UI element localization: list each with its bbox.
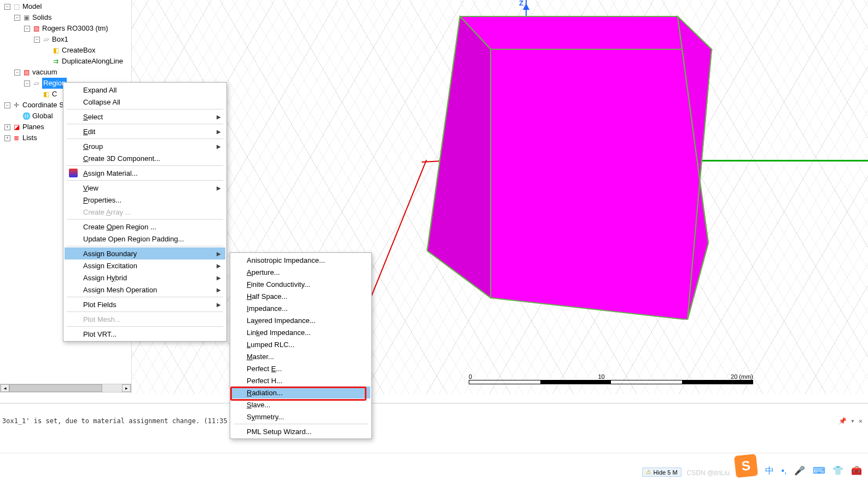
menu-group[interactable]: Group▶ (65, 140, 225, 152)
ime-zh-icon[interactable]: 中 (765, 466, 774, 475)
material-icon (69, 169, 78, 177)
svg-marker-1 (427, 16, 491, 298)
ruler-tick-20: 20 (mm) (731, 373, 753, 380)
submenu-finite-conductivity[interactable]: Finite Conductivity... (231, 278, 370, 290)
ime-punct-icon[interactable]: •, (781, 466, 787, 475)
tree-duplicate-label: DuplicateAlongLine (62, 56, 123, 67)
menu-assign-boundary[interactable]: Assign Boundary▶ (65, 247, 225, 259)
pin-icon[interactable]: 📌 ▾ ✕ (838, 415, 863, 427)
ruler-tick-10: 10 (598, 373, 604, 380)
menu-plot-vrt[interactable]: Plot VRT... (65, 328, 225, 340)
scroll-right-button[interactable]: ▸ (122, 384, 131, 392)
submenu-lumped-rlc[interactable]: Lumped RLC... (231, 338, 370, 350)
hide-messages-chip[interactable]: ⚠ Hide 5 M (642, 468, 681, 477)
submenu-arrow-icon: ▶ (217, 251, 221, 257)
scroll-track[interactable] (9, 384, 122, 392)
menu-create-open-region[interactable]: Create Open Region ... (65, 221, 225, 233)
submenu-pml-setup-wizard[interactable]: PML Setup Wizard... (231, 425, 370, 437)
tree-model-label: Model (22, 1, 42, 12)
ime-keyboard-icon[interactable]: ⌨ (813, 466, 825, 475)
tree-material-rogers[interactable]: −▧Rogers RO3003 (tm) (2, 23, 131, 34)
menu-separator (67, 219, 223, 220)
submenu-radiation[interactable]: Radiation... (231, 386, 370, 399)
tree-horizontal-scrollbar[interactable]: ◂ ▸ (0, 384, 131, 393)
menu-assign-mesh-operation[interactable]: Assign Mesh Operation▶ (65, 284, 225, 296)
tree-createbox[interactable]: ◧CreateBox (2, 45, 131, 56)
scroll-thumb[interactable] (9, 384, 102, 392)
menu-collapse-all[interactable]: Collapse All (65, 96, 225, 108)
tree-createbox-label: CreateBox (62, 45, 95, 56)
menu-separator (67, 165, 223, 166)
tree-material-label: Rogers RO3003 (tm) (42, 23, 108, 34)
menu-separator (67, 246, 223, 246)
tree-solids[interactable]: −▣Solids (2, 12, 131, 23)
tree-global-label: Global (32, 111, 53, 122)
watermark: CSDN @itnLiu (687, 469, 730, 477)
menu-separator (67, 297, 223, 297)
menu-assign-hybrid[interactable]: Assign Hybrid▶ (65, 272, 225, 284)
menu-plot-fields[interactable]: Plot Fields▶ (65, 298, 225, 310)
submenu-master[interactable]: Master... (231, 350, 370, 362)
warning-icon: ⚠ (646, 469, 651, 476)
menu-create-array: Create Array ... (65, 206, 225, 218)
svg-marker-2 (491, 49, 712, 320)
menu-update-open-region-padding[interactable]: Update Open Region Padding... (65, 233, 225, 245)
submenu-aperture[interactable]: Aperture... (231, 266, 370, 278)
menu-separator (67, 326, 223, 327)
submenu-impedance[interactable]: Impedance... (231, 302, 370, 314)
submenu-linked-impedance[interactable]: Linked Impedance... (231, 326, 370, 338)
submenu-arrow-icon: ▶ (217, 302, 221, 308)
menu-assign-excitation[interactable]: Assign Excitation▶ (65, 259, 225, 272)
submenu-assign-boundary[interactable]: Anisotropic Impedance... Aperture... Fin… (230, 252, 372, 439)
menu-separator (67, 180, 223, 181)
submenu-arrow-icon: ▶ (217, 287, 221, 293)
submenu-arrow-icon: ▶ (217, 129, 221, 135)
tree-vacuum-label: vacuum (32, 67, 57, 78)
menu-edit[interactable]: Edit▶ (65, 125, 225, 137)
message-bar: 3ox1_1' is set, due to material assignme… (0, 415, 868, 427)
submenu-symmetry[interactable]: Symmetry... (231, 411, 370, 423)
submenu-anisotropic-impedance[interactable]: Anisotropic Impedance... (231, 254, 370, 266)
submenu-arrow-icon: ▶ (217, 275, 221, 281)
tree-coord-label: Coordinate S (22, 100, 64, 111)
ime-skin-icon[interactable]: 👕 (832, 466, 843, 475)
submenu-arrow-icon: ▶ (217, 263, 221, 269)
tree-lists-label: Lists (22, 132, 37, 143)
menu-expand-all[interactable]: Expand All (65, 84, 225, 96)
submenu-slave[interactable]: Slave... (231, 399, 370, 411)
message-text: 3ox1_1' is set, due to material assignme… (2, 417, 228, 425)
tree-model[interactable]: −⬚Model (2, 1, 131, 12)
axis-z-label: Z (519, 0, 523, 7)
submenu-arrow-icon: ▶ (217, 114, 221, 120)
ruler-tick-0: 0 (469, 373, 472, 380)
menu-plot-mesh: Plot Mesh... (65, 313, 225, 325)
context-menu-region[interactable]: Expand All Collapse All Select▶ Edit▶ Gr… (63, 82, 227, 342)
brand-badge: S (734, 454, 758, 478)
tree-solids-label: Solids (32, 12, 51, 23)
tree-duplicate[interactable]: ⇉DuplicateAlongLine (2, 56, 131, 67)
ime-tray-icons[interactable]: 中 •, 🎤 ⌨ 👕 🧰 (762, 465, 865, 477)
submenu-layered-impedance[interactable]: Layered Impedance... (231, 314, 370, 326)
submenu-perfect-h[interactable]: Perfect H... (231, 374, 370, 386)
menu-assign-material[interactable]: Assign Material... (65, 167, 225, 179)
scale-ruler: 0 10 20 (mm) (469, 373, 753, 390)
ime-toolbox-icon[interactable]: 🧰 (851, 466, 862, 475)
menu-separator (67, 124, 223, 124)
submenu-half-space[interactable]: Half Space... (231, 290, 370, 302)
menu-separator (67, 138, 223, 139)
tree-box1[interactable]: −▱Box1 (2, 34, 131, 45)
tree-vacuum[interactable]: −▧vacuum (2, 67, 131, 78)
tree-planes-label: Planes (22, 122, 44, 132)
submenu-arrow-icon: ▶ (217, 143, 221, 149)
menu-view[interactable]: View▶ (65, 182, 225, 194)
menu-select[interactable]: Select▶ (65, 111, 225, 123)
menu-separator (234, 424, 368, 424)
submenu-perfect-e[interactable]: Perfect E... (231, 362, 370, 374)
menu-properties[interactable]: Properties... (65, 194, 225, 206)
ime-mic-icon[interactable]: 🎤 (794, 466, 805, 475)
scroll-left-button[interactable]: ◂ (1, 384, 9, 392)
region-box-3d[interactable] (422, 13, 717, 320)
menu-create-3d-component[interactable]: Create 3D Component... (65, 152, 225, 164)
bottom-bar: ⚠ Hide 5 M CSDN @itnLiu S 中 •, 🎤 ⌨ 👕 🧰 (0, 453, 868, 479)
tree-box1-label: Box1 (52, 34, 68, 45)
